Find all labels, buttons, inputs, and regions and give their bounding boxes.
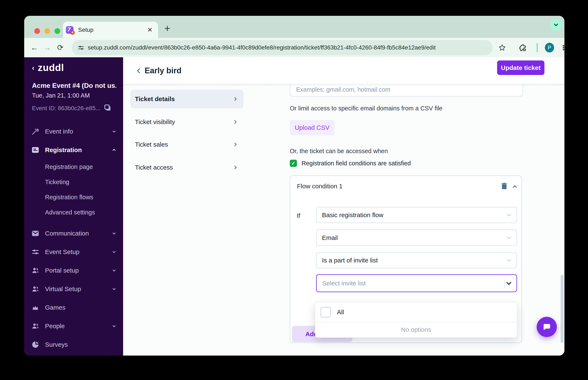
- minimize-window-button[interactable]: [44, 28, 50, 34]
- people-icon: [31, 322, 39, 330]
- sidebar-item-ticketing[interactable]: Ticketing: [24, 174, 123, 190]
- pie-chart-icon: [31, 341, 39, 349]
- zuddl-favicon: 7 4: [66, 26, 73, 34]
- chevron-down-icon: [506, 257, 513, 264]
- tab-search-button[interactable]: [550, 19, 561, 30]
- sidebar-item-event-info[interactable]: Event info: [24, 122, 123, 141]
- profile-avatar[interactable]: P: [545, 43, 554, 53]
- chevron-down-icon: [111, 286, 117, 292]
- toolbar-divider: [537, 43, 538, 52]
- forward-icon[interactable]: →: [41, 43, 54, 52]
- crown-icon: [31, 303, 39, 312]
- notification-badge: 4: [70, 30, 75, 35]
- if-label: If: [297, 212, 300, 219]
- chevron-down-icon: [553, 22, 559, 28]
- operator-select[interactable]: Is a part of invite list: [316, 252, 517, 268]
- chevron-right-icon: [232, 165, 238, 171]
- trash-icon[interactable]: [500, 182, 508, 190]
- url-text: setup.zuddl.com/zuddl/event/863b0c26-e85…: [88, 44, 436, 51]
- chevron-down-icon[interactable]: [505, 279, 513, 287]
- condition-checkbox-row[interactable]: ✓ Registration field conditions are sati…: [290, 160, 411, 167]
- sidebar-item-surveys[interactable]: Surveys: [24, 335, 123, 354]
- content-area: Ticket details Ticket visibility Ticket …: [123, 84, 564, 356]
- zuddl-app: ‹ zuddl Acme Event #4 (Do not us... Tue,…: [24, 57, 564, 356]
- chevron-down-icon: [111, 323, 117, 329]
- reload-icon[interactable]: ⟳: [54, 43, 67, 52]
- tab-ticket-sales[interactable]: Ticket sales: [130, 135, 244, 154]
- sidebar-item-registration[interactable]: Registration: [24, 141, 123, 159]
- browser-tab-strip: 7 4 Setup ✕ +: [24, 16, 564, 38]
- field-select[interactable]: Email: [316, 229, 517, 246]
- people-icon: [31, 266, 39, 275]
- close-tab-icon[interactable]: ✕: [147, 26, 153, 34]
- window-controls: [34, 28, 60, 34]
- sidebar-item-portal-setup[interactable]: Portal setup: [24, 261, 123, 280]
- checkbox-unchecked-icon[interactable]: [321, 307, 331, 317]
- page-title: Early bird: [144, 66, 181, 75]
- chevron-down-icon: [506, 234, 513, 241]
- zuddl-logo: zuddl: [38, 62, 64, 73]
- sidebar-item-communication[interactable]: Communication: [24, 224, 123, 243]
- vertical-scrollbar[interactable]: [561, 275, 564, 343]
- chevron-right-icon: [232, 142, 238, 148]
- dropdown-option-all[interactable]: All: [315, 303, 517, 322]
- sidebar-logo[interactable]: ‹ zuddl: [32, 62, 64, 73]
- condition-checkbox-label: Registration field conditions are satisf…: [302, 160, 411, 167]
- access-hint-text: Or, the ticket can be accessed when: [290, 148, 523, 155]
- site-settings-icon[interactable]: [77, 44, 85, 51]
- browser-menu-icon[interactable]: •••: [563, 45, 564, 51]
- tab-title: Setup: [78, 27, 93, 33]
- chevron-down-icon: [111, 231, 117, 236]
- sidebar: ‹ zuddl Acme Event #4 (Do not us... Tue,…: [24, 57, 123, 356]
- sidebar-item-people[interactable]: People: [24, 317, 123, 335]
- back-icon[interactable]: ←: [28, 43, 41, 52]
- event-id: Event ID: 863b0c26-e85...: [32, 105, 100, 112]
- sidebar-item-registration-page[interactable]: Registration page: [24, 159, 123, 174]
- browser-toolbar: ← → ⟳ setup.zuddl.com/zuddl/event/863b0c…: [24, 38, 564, 57]
- new-tab-button[interactable]: +: [164, 23, 170, 34]
- page-header: Early bird Update ticket: [123, 57, 564, 84]
- flow-select[interactable]: Basic registration flow: [316, 207, 517, 223]
- chevron-right-icon: [232, 119, 238, 125]
- browser-window: 7 4 Setup ✕ + ← → ⟳ setup.zuddl.com/zudd…: [24, 16, 564, 356]
- invite-list-dropdown: All No options: [315, 302, 517, 338]
- chevron-down-icon: [111, 249, 117, 255]
- invite-list-select[interactable]: Select invite list: [316, 274, 517, 292]
- email-domains-input[interactable]: [290, 84, 523, 96]
- registration-form-icon: [31, 146, 39, 154]
- sidebar-item-advanced-settings[interactable]: Advanced settings: [24, 205, 123, 220]
- chat-bubble-icon: [542, 322, 552, 332]
- event-date: Tue, Jan 21, 1:00 AM: [32, 92, 90, 99]
- sidebar-item-virtual-setup[interactable]: Virtual Setup: [24, 280, 123, 298]
- chevron-right-icon: [232, 96, 238, 102]
- tab-ticket-visibility[interactable]: Ticket visibility: [130, 113, 244, 131]
- sidebar-nav: Event info Registration Registration pag…: [24, 122, 123, 354]
- browser-tab[interactable]: 7 4 Setup ✕: [63, 22, 158, 38]
- main-panel: Early bird Update ticket Ticket details …: [123, 57, 564, 356]
- update-ticket-button[interactable]: Update ticket: [497, 60, 544, 75]
- tab-ticket-access[interactable]: Ticket access: [130, 158, 244, 177]
- chat-support-button[interactable]: [537, 317, 557, 337]
- tab-ticket-details[interactable]: Ticket details: [130, 90, 244, 108]
- upload-csv-button[interactable]: Upload CSV: [290, 120, 334, 135]
- copy-icon[interactable]: [103, 103, 112, 113]
- sliders-icon: [31, 248, 39, 256]
- event-name: Acme Event #4 (Do not us...: [32, 82, 116, 90]
- flow-condition-title: Flow condition 1: [297, 183, 343, 190]
- wand-icon: [31, 127, 39, 136]
- back-icon[interactable]: [135, 67, 143, 75]
- people-icon: [31, 285, 39, 293]
- maximize-window-button[interactable]: [54, 28, 60, 34]
- collapse-chevron-up-icon[interactable]: [512, 184, 518, 190]
- sidebar-item-registration-flows[interactable]: Registration flows: [24, 190, 123, 205]
- sidebar-item-event-setup[interactable]: Event Setup: [24, 243, 123, 261]
- chevron-up-icon: [111, 147, 117, 153]
- csv-hint-text: Or limit access to specific email domain…: [290, 105, 523, 112]
- close-window-button[interactable]: [34, 28, 40, 34]
- checkbox-checked-icon[interactable]: ✓: [290, 160, 297, 167]
- sidebar-item-games[interactable]: Games: [24, 298, 123, 317]
- bookmark-star-icon[interactable]: [498, 43, 506, 52]
- address-bar[interactable]: setup.zuddl.com/zuddl/event/863b0c26-e85…: [72, 40, 493, 55]
- extensions-puzzle-icon[interactable]: [518, 43, 527, 52]
- back-chevron-icon[interactable]: ‹: [32, 64, 34, 72]
